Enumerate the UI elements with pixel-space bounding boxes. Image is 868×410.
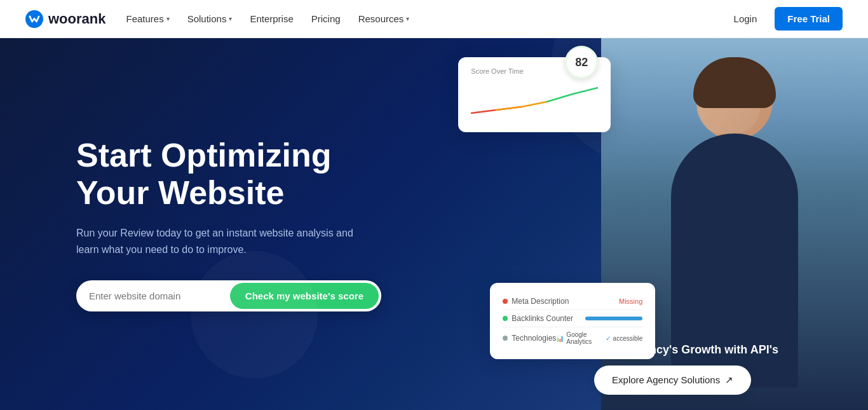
- agency-title: Scale Your Agency's Growth with API's: [567, 343, 778, 357]
- hero-section: Start Optimizing Your Website Run your R…: [0, 38, 868, 410]
- login-button[interactable]: Login: [726, 8, 765, 29]
- score-chart: [471, 81, 598, 120]
- metric-label-backlinks: Backlinks Counter: [503, 314, 585, 323]
- nav-resources[interactable]: Resources ▾: [358, 13, 410, 24]
- metric-row-meta: Meta Description Missing: [503, 293, 642, 310]
- metric-dot-red: [503, 299, 508, 304]
- woorank-logo-icon: [25, 10, 43, 28]
- nav-solutions[interactable]: Solutions ▾: [187, 13, 233, 24]
- metric-row-backlinks: Backlinks Counter: [503, 310, 642, 327]
- explore-agency-button[interactable]: Explore Agency Solutions ↗: [594, 366, 751, 395]
- hero-title: Start Optimizing Your Website: [76, 137, 439, 213]
- nav-features[interactable]: Features ▾: [126, 13, 169, 24]
- chevron-down-icon: ▾: [166, 15, 170, 22]
- score-over-time-card: 82 Score Over Time: [458, 57, 611, 132]
- nav-left: woorank Features ▾ Solutions ▾ Enterpris…: [25, 10, 409, 28]
- metric-value-meta: Missing: [619, 297, 642, 305]
- arrow-icon: ↗: [725, 374, 733, 386]
- navbar: woorank Features ▾ Solutions ▾ Enterpris…: [0, 0, 868, 38]
- hero-subtitle: Run your Review today to get an instant …: [76, 225, 369, 257]
- agency-section: Scale Your Agency's Growth with API's Ex…: [477, 327, 868, 410]
- nav-pricing[interactable]: Pricing: [311, 13, 341, 24]
- chevron-down-icon: ▾: [406, 15, 409, 22]
- metric-dot-green: [503, 316, 508, 321]
- metric-bar-backlinks: [585, 317, 642, 320]
- free-trial-button[interactable]: Free Trial: [775, 7, 843, 31]
- hero-right: 82 Score Over Time Meta Description: [477, 38, 868, 410]
- nav-right: Login Free Trial: [726, 7, 843, 31]
- score-badge: 82: [565, 46, 598, 79]
- logo[interactable]: woorank: [25, 10, 105, 28]
- metric-label-meta: Meta Description: [503, 297, 619, 306]
- svg-point-1: [29, 15, 31, 17]
- logo-text: woorank: [48, 11, 105, 27]
- chevron-down-icon: ▾: [229, 15, 232, 22]
- nav-links: Features ▾ Solutions ▾ Enterprise Pricin…: [126, 13, 409, 24]
- nav-enterprise[interactable]: Enterprise: [250, 13, 293, 24]
- bg-decoration-2: [191, 251, 318, 378]
